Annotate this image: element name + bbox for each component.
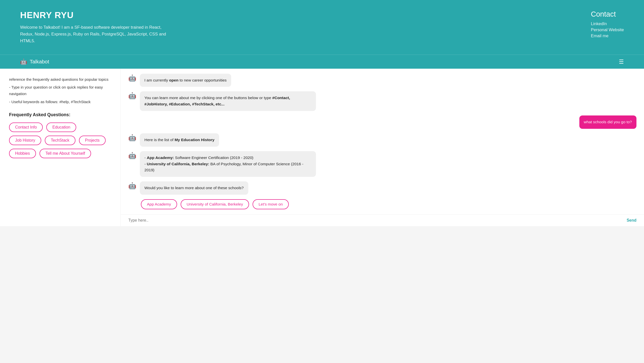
user-message-1: what schools did you go to?	[128, 115, 636, 129]
bot-avatar-1: 🤖	[128, 74, 136, 82]
bot-avatar-2: 🤖	[128, 92, 136, 99]
main-content: reference the frequently asked questions…	[0, 69, 644, 226]
bot-message-4: 🤖 - App Academy: Software Engineer Certi…	[128, 151, 636, 177]
user-bubble-1: what schools did you go to?	[579, 115, 636, 129]
instruction-line-2: - Type in your question or click on quic…	[9, 84, 111, 97]
faq-hobbies[interactable]: Hobbies	[9, 149, 36, 158]
chat-wrapper: 🤖 I am currently open to new career oppo…	[121, 69, 644, 226]
bot-message-2: 🤖 You can learn more about me by clickin…	[128, 91, 636, 111]
navbar: 🤖 Talkabot ☰	[0, 55, 644, 69]
personal-website-link[interactable]: Personal Website	[591, 27, 624, 32]
bubble-3: Here is the list of My Education History	[140, 133, 219, 147]
brand-name: Talkabot	[30, 59, 49, 65]
header-name: HENRY RYU	[20, 10, 171, 20]
robot-icon: 🤖	[20, 58, 27, 65]
faq-contact-info[interactable]: Contact Info	[9, 123, 43, 132]
faq-projects[interactable]: Projects	[79, 136, 106, 145]
bubble-1: I am currently open to new career opport…	[140, 74, 231, 87]
sidebar: reference the frequently asked questions…	[0, 69, 121, 226]
linkedin-link[interactable]: LinkedIn	[591, 21, 624, 26]
navbar-brand: 🤖 Talkabot	[20, 58, 49, 65]
instruction-line-1: reference the frequently asked questions…	[9, 76, 111, 83]
faq-buttons: Contact Info Education Job History TechS…	[9, 123, 111, 158]
bot-avatar-3: 🤖	[128, 134, 136, 141]
bot-message-5: 🤖 Would you like to learn more about one…	[128, 181, 636, 195]
bubble-2: You can learn more about me by clicking …	[140, 91, 316, 111]
quick-replies: App Academy University of California, Be…	[141, 199, 636, 209]
header-left: HENRY RYU Welcome to Talkabot! I am a SF…	[20, 10, 171, 45]
qr-move-on[interactable]: Let's move on	[253, 199, 289, 209]
bot-avatar-4: 🤖	[128, 152, 136, 159]
faq-tell-me[interactable]: Tell me About Yourself	[39, 149, 91, 158]
bot-message-3: 🤖 Here is the list of My Education Histo…	[128, 133, 636, 147]
email-link[interactable]: Email me	[591, 33, 624, 38]
input-bar: Send	[121, 214, 644, 226]
bot-avatar-5: 🤖	[128, 182, 136, 189]
contact-links: LinkedIn Personal Website Email me	[591, 21, 624, 38]
contact-title: Contact	[591, 10, 624, 18]
hamburger-button[interactable]: ☰	[619, 58, 624, 65]
sidebar-instructions: reference the frequently asked questions…	[9, 76, 111, 105]
header-description: Welcome to Talkabot! I am a SF-based sof…	[20, 24, 171, 45]
chat-input[interactable]	[128, 218, 627, 223]
bubble-5: Would you like to learn more about one o…	[140, 181, 248, 195]
send-button[interactable]: Send	[627, 218, 636, 223]
faq-education[interactable]: Education	[46, 123, 76, 132]
chat-area: 🤖 I am currently open to new career oppo…	[121, 69, 644, 214]
qr-uc-berkeley[interactable]: University of California, Berkeley	[181, 199, 249, 209]
instruction-line-3: - Useful keywords as follows: #help, #Te…	[9, 99, 111, 105]
qr-app-academy[interactable]: App Academy	[141, 199, 177, 209]
header-contact: Contact LinkedIn Personal Website Email …	[591, 10, 624, 38]
bot-message-1: 🤖 I am currently open to new career oppo…	[128, 74, 636, 87]
bubble-4: - App Academy: Software Engineer Certifi…	[140, 151, 316, 177]
page-header: HENRY RYU Welcome to Talkabot! I am a SF…	[0, 0, 644, 55]
faq-title: Frequently Asked Questions:	[9, 112, 111, 117]
faq-job-history[interactable]: Job History	[9, 136, 41, 145]
faq-techstack[interactable]: TechStack	[45, 136, 75, 145]
